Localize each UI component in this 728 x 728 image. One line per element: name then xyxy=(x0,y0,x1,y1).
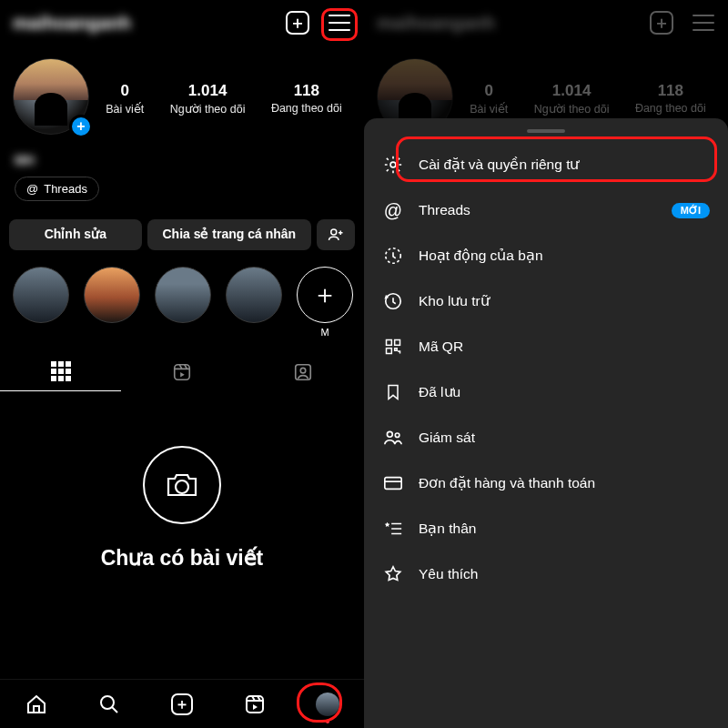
bottom-sheet: Cài đặt và quyền riêng tư @ Threads MỚI … xyxy=(364,118,728,728)
menu-saved[interactable]: Đã lưu xyxy=(364,369,728,415)
svg-rect-1 xyxy=(175,364,190,379)
svg-point-3 xyxy=(301,368,307,373)
nav-search-icon[interactable] xyxy=(97,693,121,716)
svg-rect-11 xyxy=(395,340,400,346)
highlight-item[interactable] xyxy=(226,267,282,323)
gear-icon xyxy=(382,154,404,176)
tab-grid[interactable] xyxy=(0,352,121,391)
threads-icon: @ xyxy=(382,199,404,221)
avatar[interactable]: + xyxy=(13,58,93,138)
empty-state: Chưa có bài viết xyxy=(0,391,364,571)
new-badge: MỚI xyxy=(672,203,710,218)
bottom-nav: ＋ xyxy=(0,679,364,728)
menu-screen: maihoanganh ＋ 0Bài viết 1.014Người theo … xyxy=(364,0,728,728)
tab-tagged[interactable] xyxy=(243,352,364,391)
nav-home-icon[interactable] xyxy=(25,693,48,716)
menu-label: Giám sát xyxy=(419,430,475,446)
empty-text: Chưa có bài viết xyxy=(0,546,364,571)
svg-rect-10 xyxy=(387,340,392,346)
menu-icon xyxy=(692,11,715,35)
stat-followers[interactable]: 1.014 Người theo dõi xyxy=(170,82,246,116)
menu-favorites[interactable]: Yêu thích xyxy=(364,551,728,597)
threads-pill[interactable]: @ Threads xyxy=(15,177,99,201)
qr-icon xyxy=(382,336,404,358)
highlight-item[interactable] xyxy=(84,267,140,323)
profile-screen: maihoanganh ＋ + 0 Bài viết 1.014 Người t… xyxy=(0,0,364,728)
svg-rect-15 xyxy=(385,478,401,490)
share-profile-button[interactable]: Chia sẻ trang cá nhân xyxy=(147,219,311,250)
tab-reels[interactable] xyxy=(121,352,242,391)
create-icon[interactable]: ＋ xyxy=(286,11,309,35)
menu-threads[interactable]: @ Threads MỚI xyxy=(364,187,728,233)
highlight-add[interactable]: ＋ xyxy=(297,267,353,323)
menu-label: Bạn thân xyxy=(419,521,476,537)
username[interactable]: maihoanganh xyxy=(13,13,131,34)
menu-archive[interactable]: Kho lưu trữ xyxy=(364,278,728,324)
highlight-item[interactable] xyxy=(13,267,69,323)
svg-point-5 xyxy=(101,696,114,709)
menu-supervision[interactable]: Giám sát xyxy=(364,415,728,460)
star-icon xyxy=(382,563,404,585)
camera-icon xyxy=(143,446,221,524)
profile-header: maihoanganh ＋ xyxy=(0,0,364,46)
nav-profile-icon[interactable] xyxy=(316,693,339,716)
menu-qr[interactable]: Mã QR xyxy=(364,324,728,369)
display-name: MH xyxy=(0,146,364,171)
archive-icon xyxy=(382,290,404,312)
create-icon: ＋ xyxy=(650,11,673,35)
bookmark-icon xyxy=(382,381,404,403)
highlight-item[interactable] xyxy=(155,267,211,323)
nav-create-icon[interactable]: ＋ xyxy=(170,693,194,716)
svg-point-4 xyxy=(176,480,188,493)
menu-label: Mã QR xyxy=(419,339,463,355)
nav-reels-icon[interactable] xyxy=(243,693,267,716)
add-story-icon[interactable]: + xyxy=(69,115,93,138)
stat-following[interactable]: 118 Đang theo dõi xyxy=(271,82,342,116)
svg-point-14 xyxy=(395,433,399,438)
menu-label: Threads xyxy=(419,202,470,218)
svg-point-13 xyxy=(387,431,392,437)
menu-close-friends[interactable]: Bạn thân xyxy=(364,506,728,551)
svg-rect-2 xyxy=(296,364,311,379)
menu-settings[interactable]: Cài đặt và quyền riêng tư xyxy=(364,142,728,187)
svg-point-0 xyxy=(331,229,337,235)
sheet-grabber[interactable] xyxy=(527,129,565,133)
menu-label: Đơn đặt hàng và thanh toán xyxy=(419,475,595,491)
svg-rect-6 xyxy=(247,696,263,713)
menu-label: Hoạt động của bạn xyxy=(419,248,543,264)
menu-label: Yêu thích xyxy=(419,566,479,582)
list-star-icon xyxy=(382,518,404,540)
supervision-icon xyxy=(382,427,404,449)
svg-rect-12 xyxy=(387,349,392,354)
grid-icon xyxy=(51,361,71,381)
menu-icon[interactable] xyxy=(328,11,351,35)
card-icon xyxy=(382,472,404,494)
menu-label: Cài đặt và quyền riêng tư xyxy=(419,157,579,173)
menu-orders[interactable]: Đơn đặt hàng và thanh toán xyxy=(364,460,728,506)
edit-profile-button[interactable]: Chỉnh sửa xyxy=(9,219,142,250)
stat-posts[interactable]: 0 Bài viết xyxy=(106,82,144,116)
discover-people-button[interactable] xyxy=(317,219,355,250)
highlights-row[interactable]: ＋ M xyxy=(0,258,364,347)
menu-label: Kho lưu trữ xyxy=(419,293,490,309)
menu-activity[interactable]: Hoạt động của bạn xyxy=(364,233,728,278)
menu-label: Đã lưu xyxy=(419,384,460,400)
svg-point-7 xyxy=(390,162,396,167)
profile-tabs xyxy=(0,352,364,391)
threads-icon: @ xyxy=(26,182,38,196)
activity-icon xyxy=(382,245,404,267)
